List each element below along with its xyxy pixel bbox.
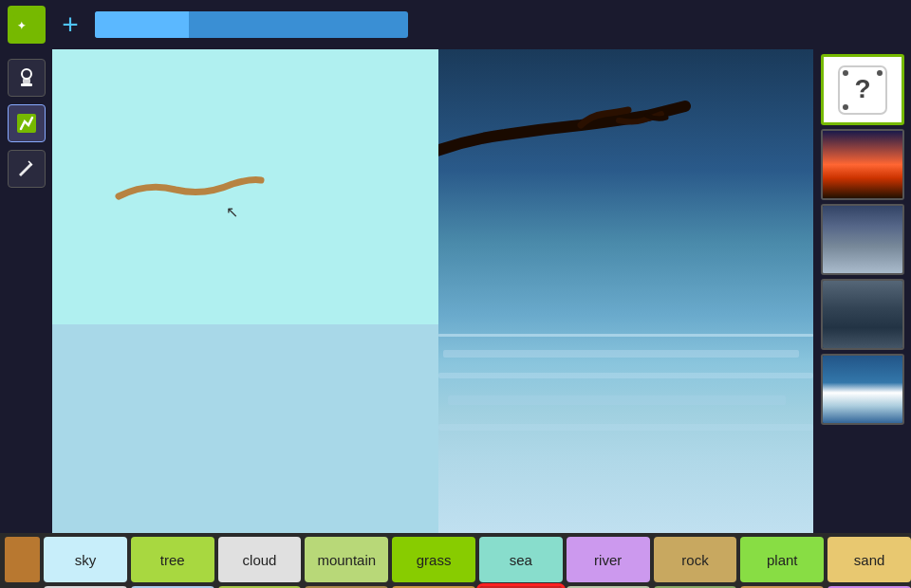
label-river[interactable]: river	[567, 537, 650, 582]
main-content: ↖	[0, 49, 911, 533]
label-plant[interactable]: plant	[740, 537, 824, 582]
brush-stroke	[109, 163, 270, 211]
sunset-image	[823, 131, 902, 198]
progress-bar-fill	[95, 11, 189, 38]
label-mountain[interactable]: mountain	[305, 537, 388, 582]
dice-icon: ?	[824, 57, 902, 122]
labels-rows: sky tree cloud mountain grass sea river …	[0, 533, 911, 588]
rocky-image	[823, 281, 902, 348]
branch-silhouette	[438, 87, 695, 173]
dice-thumbnail[interactable]: ?	[821, 54, 904, 125]
clouds-image	[823, 206, 902, 273]
color-swatch[interactable]	[5, 537, 40, 582]
clouds-thumbnail[interactable]	[821, 204, 904, 275]
label-grass[interactable]: grass	[392, 537, 475, 582]
svg-point-10	[843, 104, 848, 110]
label-rock[interactable]: rock	[654, 537, 737, 582]
rocky-thumbnail[interactable]	[821, 279, 904, 350]
stamp-tool-button[interactable]	[8, 59, 46, 97]
svg-point-8	[843, 70, 848, 76]
reference-area	[438, 49, 813, 533]
canvas-bottom	[52, 324, 438, 533]
waves-image	[823, 356, 902, 423]
water-surface	[438, 315, 813, 533]
tools-panel	[0, 49, 52, 533]
svg-point-2	[22, 69, 31, 79]
label-tree[interactable]: tree	[131, 537, 214, 582]
reference-image	[438, 49, 813, 533]
thumbnails-panel: ?	[813, 49, 911, 533]
bottom-section: sky tree cloud mountain grass sea river …	[0, 533, 911, 588]
nvidia-logo[interactable]: ✦	[8, 6, 46, 44]
svg-text:✦: ✦	[17, 20, 26, 31]
brush-tool-button[interactable]	[8, 104, 46, 142]
progress-bar[interactable]	[95, 11, 408, 38]
sunset-thumbnail[interactable]	[821, 129, 904, 200]
canvas-area[interactable]: ↖	[52, 49, 438, 533]
svg-point-9	[877, 70, 883, 76]
svg-rect-3	[23, 79, 30, 83]
pencil-tool-button[interactable]	[8, 150, 46, 188]
label-sky[interactable]: sky	[44, 537, 127, 582]
add-button[interactable]: +	[53, 8, 87, 42]
label-cloud[interactable]: cloud	[218, 537, 302, 582]
waves-thumbnail[interactable]	[821, 354, 904, 425]
labels-row-1: sky tree cloud mountain grass sea river …	[5, 537, 911, 582]
label-sea[interactable]: sea	[479, 537, 563, 582]
svg-rect-4	[21, 83, 32, 86]
toolbar: ✦ +	[0, 0, 911, 49]
svg-text:?: ?	[854, 74, 870, 103]
label-sand[interactable]: sand	[827, 537, 911, 582]
